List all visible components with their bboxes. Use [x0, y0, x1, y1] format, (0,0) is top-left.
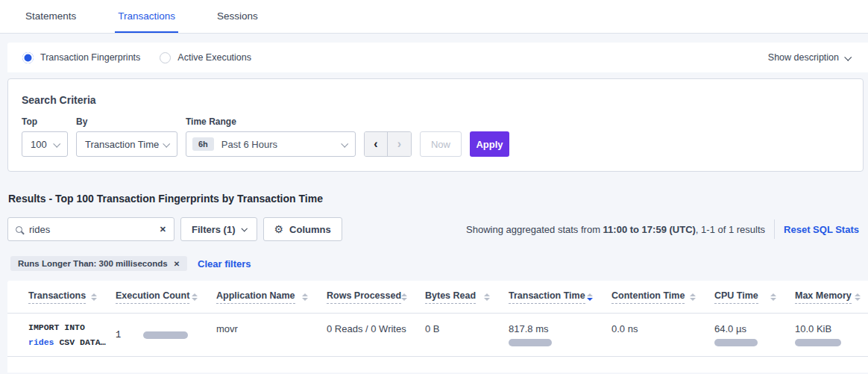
cell-max-memory: 10.0 KiB	[795, 314, 868, 356]
column-header-rows-processed: Rows Processed	[327, 290, 425, 304]
view-toggle-strip: Transaction Fingerprints Active Executio…	[7, 43, 868, 72]
show-description-label: Show description	[768, 52, 839, 63]
sort-icon[interactable]	[302, 293, 308, 301]
execution-count-bar	[143, 331, 188, 339]
sort-icon[interactable]	[91, 293, 97, 301]
radio-label: Transaction Fingerprints	[40, 52, 140, 63]
filter-chip[interactable]: Runs Longer Than: 300 milliseconds ✕	[10, 256, 187, 271]
clear-filters-link[interactable]: Clear filters	[198, 258, 251, 269]
search-input[interactable]: rides ✕	[7, 217, 174, 241]
transaction-time-bar	[509, 339, 552, 346]
time-range-badge: 6h	[192, 137, 214, 151]
by-group: By Transaction Time	[76, 116, 177, 157]
column-header-transaction-time: Transaction Time	[509, 290, 611, 304]
sort-icon[interactable]	[770, 293, 776, 301]
time-range-label: Time Range	[186, 116, 356, 127]
reset-sql-stats-link[interactable]: Reset SQL Stats	[784, 224, 859, 235]
columns-button[interactable]: ⚙ Columns	[263, 217, 342, 241]
sort-icon[interactable]	[690, 293, 696, 301]
cell-application-name: movr	[216, 314, 327, 356]
previous-time-window-button[interactable]: ‹	[365, 132, 388, 156]
cell-rows-processed: 0 Reads / 0 Writes	[327, 314, 425, 356]
search-criteria-card: Search Criteria Top 100 By Transaction T…	[7, 78, 864, 172]
sql-activity-tabbar: Statements Transactions Sessions	[0, 0, 868, 34]
cell-transaction-fingerprint[interactable]: IMPORT INTO rides CSV DATA…	[28, 314, 116, 356]
next-time-window-button[interactable]: ›	[388, 132, 411, 156]
gear-icon: ⚙	[274, 224, 284, 234]
results-heading: Results - Top 100 Transaction Fingerprin…	[8, 193, 868, 205]
columns-button-label: Columns	[289, 224, 331, 235]
aggregated-stats-text: Showing aggregated stats from 11:00 to 1…	[466, 224, 765, 235]
radio-label: Active Executions	[177, 52, 251, 63]
filter-chip-label: Runs Longer Than: 300 milliseconds	[18, 259, 168, 268]
results-toolbar: rides ✕ Filters (1) ⚙ Columns Showing ag…	[7, 217, 868, 241]
max-memory-bar	[795, 339, 841, 346]
table-name-link[interactable]: rides	[28, 337, 54, 347]
stats-area: Showing aggregated stats from 11:00 to 1…	[466, 219, 859, 239]
filters-button-label: Filters (1)	[192, 224, 236, 235]
search-icon	[16, 226, 22, 233]
by-select-value: Transaction Time	[85, 139, 159, 150]
sort-icon[interactable]	[192, 293, 198, 301]
cell-cpu-time: 64.0 µs	[714, 314, 795, 356]
active-filters-row: Runs Longer Than: 300 milliseconds ✕ Cle…	[10, 255, 868, 272]
time-range-select[interactable]: 6h Past 6 Hours	[186, 131, 356, 157]
time-range-group: Time Range 6h Past 6 Hours	[186, 116, 356, 157]
radio-transaction-fingerprints[interactable]: Transaction Fingerprints	[22, 52, 140, 63]
column-header-bytes-read: Bytes Read	[425, 290, 509, 304]
radio-selected-icon	[22, 52, 34, 63]
column-header-transactions: Transactions	[28, 290, 116, 304]
show-description-toggle[interactable]: Show description	[768, 52, 850, 63]
tab-transactions[interactable]: Transactions	[115, 1, 178, 33]
top-select[interactable]: 100	[22, 131, 68, 157]
search-criteria-controls: Top 100 By Transaction Time Time Range 6…	[22, 116, 849, 157]
clear-search-icon[interactable]: ✕	[160, 225, 166, 234]
table-header-row: Transactions Execution Count Application…	[7, 281, 868, 314]
column-header-cpu-time: CPU Time	[714, 290, 795, 304]
now-button[interactable]: Now	[420, 131, 462, 157]
cell-bytes-read: 0 B	[425, 314, 509, 356]
sort-icon[interactable]	[484, 293, 490, 301]
chevron-down-icon	[844, 53, 852, 60]
radio-active-executions[interactable]: Active Executions	[160, 52, 251, 63]
chevron-down-icon	[241, 225, 247, 231]
sort-icon[interactable]	[855, 293, 861, 301]
transactions-table: Transactions Execution Count Application…	[7, 281, 868, 373]
cell-contention-time: 0.0 ns	[611, 314, 714, 356]
column-header-contention-time: Contention Time	[611, 290, 714, 304]
divider	[774, 219, 775, 239]
top-group: Top 100	[22, 116, 68, 157]
cell-transaction-time: 817.8 ms	[509, 314, 611, 356]
cpu-time-bar	[714, 339, 758, 346]
time-window-arrows: ‹ ›	[364, 131, 412, 157]
chevron-down-icon	[163, 140, 170, 147]
time-range-value: Past 6 Hours	[221, 139, 277, 150]
chevron-down-icon	[341, 140, 348, 147]
filters-button[interactable]: Filters (1)	[180, 217, 257, 241]
sort-icon-active-desc[interactable]	[587, 293, 593, 301]
apply-button[interactable]: Apply	[470, 131, 509, 157]
tab-statements[interactable]: Statements	[22, 1, 79, 33]
column-header-execution-count: Execution Count	[116, 290, 216, 304]
top-label: Top	[22, 116, 68, 127]
table-row[interactable]: IMPORT INTO rides CSV DATA… 1 movr 0 Rea…	[7, 314, 868, 357]
search-criteria-title: Search Criteria	[22, 94, 849, 106]
tab-sessions[interactable]: Sessions	[214, 1, 261, 33]
search-input-value: rides	[29, 224, 160, 235]
top-select-value: 100	[31, 139, 47, 150]
column-header-application-name: Application Name	[216, 290, 327, 304]
by-select[interactable]: Transaction Time	[76, 131, 177, 157]
chevron-down-icon	[53, 140, 60, 147]
by-label: By	[76, 116, 177, 127]
radio-unselected-icon	[160, 52, 171, 63]
cell-execution-count: 1	[116, 314, 216, 356]
remove-filter-icon[interactable]: ✕	[174, 260, 180, 268]
column-header-max-memory: Max Memory	[795, 290, 868, 304]
sort-icon[interactable]	[401, 293, 407, 301]
